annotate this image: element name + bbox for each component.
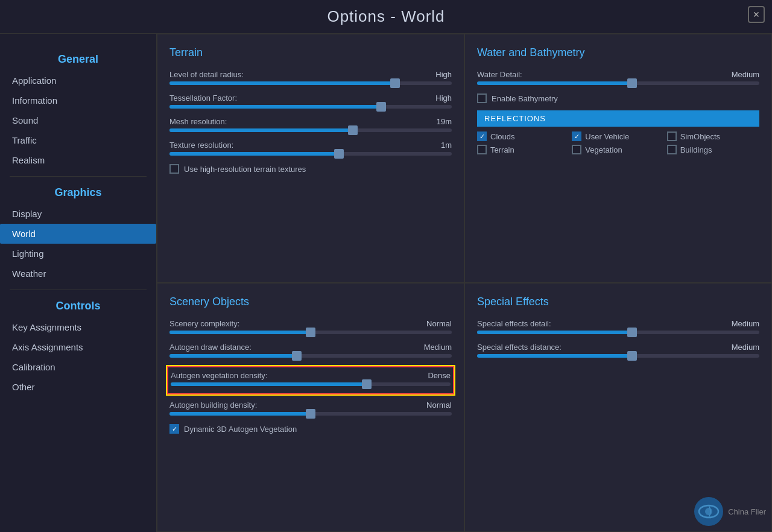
special-effects-detail-value: Medium — [732, 319, 759, 328]
autogen-building-label: Autogen building density: — [169, 401, 257, 410]
water-detail-track[interactable] — [477, 81, 759, 85]
bathymetry-checkbox[interactable] — [477, 93, 487, 103]
main-layout: General Application Information Sound Tr… — [0, 34, 772, 532]
mesh-resolution-row: Mesh resolution: 19m — [169, 117, 452, 132]
watermark: China Flier — [694, 497, 766, 526]
sidebar-item-world[interactable]: World — [0, 224, 156, 244]
vegetation-label: Vegetation — [585, 145, 622, 154]
sidebar-item-lighting[interactable]: Lighting — [0, 244, 156, 264]
sidebar-item-information[interactable]: Information — [0, 90, 156, 110]
autogen-vegetation-track[interactable] — [171, 382, 451, 386]
autogen-building-row: Autogen building density: Normal — [169, 401, 452, 416]
svg-point-1 — [705, 508, 712, 515]
tessellation-label: Tessellation Factor: — [169, 93, 237, 103]
sidebar-item-application[interactable]: Application — [0, 71, 156, 90]
texture-resolution-label: Texture resolution: — [169, 141, 233, 150]
dynamic-vegetation-row[interactable]: Dynamic 3D Autogen Vegetation — [169, 424, 452, 434]
reflection-clouds[interactable]: Clouds — [477, 131, 569, 141]
hires-terrain-label: Use high-resolution terrain textures — [184, 165, 306, 174]
simobjects-label: SimObjects — [680, 132, 720, 141]
bathymetry-row[interactable]: Enable Bathymetry — [477, 93, 759, 103]
water-title: Water and Bathymetry — [477, 46, 759, 59]
reflection-vegetation[interactable]: Vegetation — [572, 145, 664, 154]
hires-terrain-checkbox[interactable] — [169, 164, 179, 174]
scenery-complexity-value: Normal — [426, 319, 452, 328]
lod-radius-value: High — [435, 70, 452, 79]
lod-radius-label: Level of detail radius: — [169, 70, 244, 79]
user-vehicle-label: User Vehicle — [585, 132, 629, 141]
terrain-checkbox[interactable] — [477, 145, 487, 154]
reflection-terrain[interactable]: Terrain — [477, 145, 569, 154]
reflection-buildings[interactable]: Buildings — [667, 145, 759, 154]
autogen-draw-distance-track[interactable] — [169, 354, 452, 358]
sidebar-item-other[interactable]: Other — [0, 377, 156, 397]
dynamic-vegetation-checkbox[interactable] — [169, 424, 179, 434]
sidebar-divider-1 — [10, 176, 147, 177]
content-area: Terrain Level of detail radius: High Tes… — [157, 34, 772, 532]
clouds-checkbox[interactable] — [477, 131, 487, 141]
texture-resolution-track[interactable] — [169, 152, 452, 156]
water-detail-label: Water Detail: — [477, 70, 522, 79]
autogen-draw-distance-row: Autogen draw distance: Medium — [169, 343, 452, 358]
clouds-label: Clouds — [490, 132, 514, 141]
sidebar-divider-2 — [10, 290, 147, 290]
special-effects-detail-track[interactable] — [477, 331, 759, 334]
autogen-building-track[interactable] — [169, 412, 452, 416]
tessellation-row: Tessellation Factor: High — [169, 93, 452, 109]
scenery-panel: Scenery Objects Scenery complexity: Norm… — [157, 283, 464, 532]
sidebar-item-display[interactable]: Display — [0, 204, 156, 224]
texture-resolution-value: 1m — [441, 141, 452, 150]
special-effects-distance-label: Special effects distance: — [477, 343, 562, 352]
window-title: Options - World — [327, 7, 445, 25]
bathymetry-label: Enable Bathymetry — [492, 94, 558, 103]
lod-radius-track[interactable] — [169, 81, 452, 85]
special-effects-distance-track[interactable] — [477, 354, 759, 358]
reflections-header: REFLECTIONS — [477, 110, 759, 127]
autogen-building-value: Normal — [426, 401, 452, 410]
water-detail-row: Water Detail: Medium — [477, 70, 759, 85]
graphics-section-title: Graphics — [0, 186, 156, 199]
mesh-resolution-value: 19m — [437, 117, 452, 126]
special-effects-distance-row: Special effects distance: Medium — [477, 343, 759, 358]
vegetation-checkbox[interactable] — [572, 145, 581, 154]
scenery-complexity-label: Scenery complexity: — [169, 319, 239, 328]
tessellation-track[interactable] — [169, 105, 452, 109]
reflection-user-vehicle[interactable]: User Vehicle — [572, 131, 664, 141]
special-effects-distance-value: Medium — [732, 343, 759, 352]
terrain-title: Terrain — [169, 46, 452, 59]
sidebar-item-sound[interactable]: Sound — [0, 110, 156, 130]
water-panel: Water and Bathymetry Water Detail: Mediu… — [464, 34, 772, 283]
buildings-checkbox[interactable] — [667, 145, 677, 154]
special-effects-title: Special Effects — [477, 296, 759, 308]
reflection-simobjects[interactable]: SimObjects — [667, 131, 759, 141]
sidebar-item-realism[interactable]: Realism — [0, 150, 156, 170]
sidebar-item-key-assignments[interactable]: Key Assignments — [0, 317, 156, 337]
sidebar: General Application Information Sound Tr… — [0, 34, 157, 532]
general-section-title: General — [0, 53, 156, 66]
dynamic-vegetation-label: Dynamic 3D Autogen Vegetation — [184, 425, 297, 434]
controls-section-title: Controls — [0, 300, 156, 312]
sidebar-item-calibration[interactable]: Calibration — [0, 357, 156, 377]
simobjects-checkbox[interactable] — [667, 131, 677, 141]
scenery-complexity-row: Scenery complexity: Normal — [169, 319, 452, 334]
lod-radius-row: Level of detail radius: High — [169, 70, 452, 85]
watermark-logo — [694, 497, 723, 526]
texture-resolution-row: Texture resolution: 1m — [169, 141, 452, 156]
mesh-resolution-track[interactable] — [169, 128, 452, 132]
special-effects-panel: Special Effects Special effects detail: … — [464, 283, 772, 532]
terrain-label: Terrain — [490, 145, 514, 154]
hires-terrain-row[interactable]: Use high-resolution terrain textures — [169, 164, 452, 174]
close-button[interactable]: ✕ — [748, 6, 765, 23]
sidebar-item-axis-assignments[interactable]: Axis Assignments — [0, 337, 156, 357]
special-effects-detail-label: Special effects detail: — [477, 319, 551, 328]
autogen-vegetation-value: Dense — [428, 371, 451, 380]
buildings-label: Buildings — [680, 145, 712, 154]
scenery-complexity-track[interactable] — [169, 331, 452, 334]
scenery-title: Scenery Objects — [169, 296, 452, 308]
sidebar-item-weather[interactable]: Weather — [0, 264, 156, 283]
user-vehicle-checkbox[interactable] — [572, 131, 581, 141]
sidebar-item-traffic[interactable]: Traffic — [0, 130, 156, 150]
terrain-panel: Terrain Level of detail radius: High Tes… — [157, 34, 464, 283]
autogen-vegetation-row: Autogen vegetation density: Dense — [171, 371, 451, 386]
watermark-text: China Flier — [728, 507, 766, 516]
